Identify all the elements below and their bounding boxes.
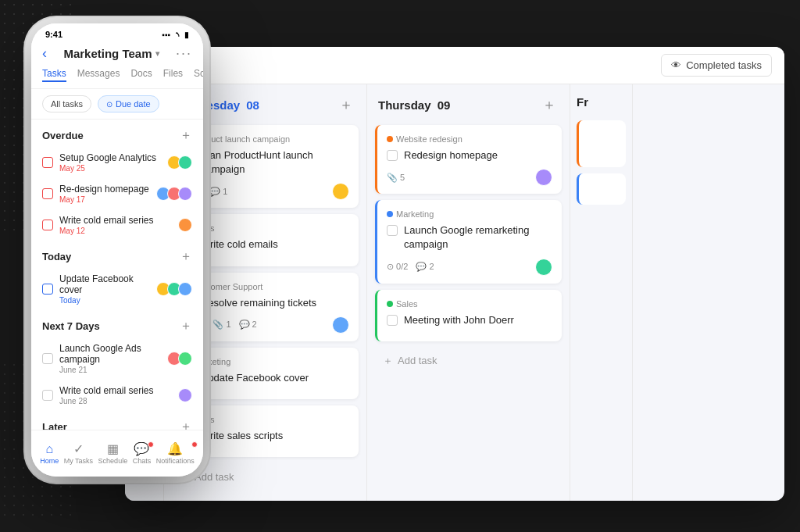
- task-checkbox[interactable]: [42, 390, 53, 401]
- task-redesign-homepage[interactable]: Re-design homepage May 17: [31, 178, 203, 209]
- tab-docs[interactable]: Docs: [130, 68, 152, 82]
- task-list: Overdue ＋ Setup Google Analytics May 25: [31, 120, 203, 477]
- avatar-group: [535, 169, 552, 186]
- task-info: Launch Google Ads campaign June 21: [59, 343, 161, 374]
- card-title: Plan ProductHunt launch campaign: [201, 148, 349, 177]
- team-title: Marketing Team ▾: [63, 47, 159, 60]
- task-checkbox[interactable]: [42, 188, 53, 199]
- desktop-app: 👁 Completed tasks ＋ Wednesday 08 ＋: [125, 47, 784, 501]
- avatar: [178, 187, 192, 201]
- add-icon: ＋: [383, 354, 393, 368]
- filter-all-tasks[interactable]: All tasks: [42, 95, 91, 112]
- status-bar: 9:41 ▪▪▪ ᭞ ▮: [31, 23, 203, 42]
- nav-notifications[interactable]: 🔔 Notifications: [156, 443, 195, 465]
- card-title: Redesign homepage: [404, 148, 498, 162]
- task-due: May 17: [59, 195, 150, 204]
- add-task-next7-btn[interactable]: ＋: [180, 318, 192, 334]
- card-checkbox[interactable]: [387, 150, 398, 161]
- nav-chats[interactable]: 💬 Chats: [133, 443, 152, 465]
- more-icon[interactable]: ···: [176, 45, 192, 62]
- task-info: Write cold email series June 28: [59, 385, 172, 405]
- card-meta: ⊙ 0/3 📎 1 💬 2: [184, 316, 349, 334]
- card-title: Launch Google remarketing campaign: [404, 223, 552, 252]
- nav-label: My Tasks: [64, 457, 93, 465]
- add-task-thu[interactable]: ＋ Add task: [375, 348, 562, 374]
- home-icon: ⌂: [45, 443, 53, 455]
- back-button[interactable]: ‹: [42, 45, 47, 62]
- card-title: Write sales scripts: [201, 429, 283, 443]
- phone-wrapper: 9:41 ▪▪▪ ᭞ ▮ ‹ Marketing Team ▾ ··· Task…: [31, 23, 203, 477]
- nav-label: Notifications: [156, 457, 195, 465]
- status-icons: ▪▪▪ ᭞ ▮: [162, 30, 189, 39]
- card-label: Product launch campaign: [184, 134, 349, 144]
- bell-icon: 🔔: [167, 443, 183, 455]
- card-title-row: Write sales scripts: [184, 429, 349, 443]
- bottom-nav: ⌂ Home ✓ My Tasks ▦ Schedule 💬 Chats 🔔 N…: [31, 430, 203, 477]
- clock-icon: ⊙: [106, 100, 112, 109]
- tab-files[interactable]: Files: [163, 68, 183, 82]
- tab-schedule[interactable]: Schedule: [194, 68, 203, 82]
- eye-icon: 👁: [671, 59, 681, 71]
- avatar: [178, 388, 192, 402]
- avatar: [178, 218, 192, 232]
- task-checkbox[interactable]: [42, 157, 53, 168]
- avatar-group: [535, 259, 552, 276]
- filter-due-date[interactable]: ⊙ Due date: [98, 95, 159, 112]
- tab-messages[interactable]: Messages: [77, 68, 120, 82]
- task-cold-email-series-overdue[interactable]: Write cold email series May 12: [31, 209, 203, 241]
- card-meta: ⊙ 0/2 💬 2: [387, 259, 552, 276]
- card-meta: 📎 3 💬 1: [184, 183, 349, 200]
- task-name: Launch Google Ads campaign: [59, 343, 161, 365]
- nav-label: Schedule: [98, 457, 128, 465]
- task-avatars: [178, 218, 192, 232]
- filter-row: All tasks ⊙ Due date: [31, 89, 203, 120]
- time: 9:41: [45, 30, 62, 39]
- section-next7-header: Next 7 Days ＋: [31, 310, 203, 337]
- nav-schedule[interactable]: ▦ Schedule: [98, 443, 128, 465]
- avatar: [178, 155, 192, 170]
- task-info: Update Facebook cover Today: [59, 273, 150, 305]
- add-task-today-btn[interactable]: ＋: [180, 248, 192, 265]
- phone-header: ‹ Marketing Team ▾ ··· Tasks Messages Do…: [31, 42, 203, 89]
- col-thu-add-btn[interactable]: ＋: [540, 95, 559, 114]
- col-fri-title: Fr: [577, 95, 588, 109]
- avatar: [332, 316, 349, 334]
- phone-nav-row: ‹ Marketing Team ▾ ···: [42, 45, 192, 62]
- task-avatars: [167, 352, 192, 366]
- card-label: Marketing: [184, 357, 349, 366]
- section-overdue-header: Overdue ＋: [31, 120, 203, 147]
- task-update-facebook[interactable]: Update Facebook cover Today: [31, 268, 203, 310]
- comments-count: 💬 2: [239, 320, 257, 330]
- tab-tasks[interactable]: Tasks: [42, 68, 66, 82]
- section-title: Today: [42, 251, 71, 262]
- col-wed-add-btn[interactable]: ＋: [337, 95, 355, 114]
- task-checkbox[interactable]: [42, 220, 53, 230]
- card-label: Sales: [387, 299, 552, 309]
- signal-icon: ▪▪▪: [162, 30, 170, 39]
- nav-my-tasks[interactable]: ✓ My Tasks: [64, 443, 93, 465]
- card-title-row: Launch Google remarketing campaign: [387, 223, 552, 252]
- card-redesign-homepage: Website redesign Redesign homepage 📎 5: [375, 125, 562, 194]
- task-info: Setup Google Analytics May 25: [59, 152, 161, 173]
- nav-home[interactable]: ⌂ Home: [40, 443, 59, 465]
- notifications-badge: [191, 441, 198, 448]
- card-title: Resolve remaining tickets: [201, 296, 316, 310]
- card-checkbox[interactable]: [387, 315, 398, 326]
- card-checkbox[interactable]: [387, 225, 398, 236]
- task-setup-analytics[interactable]: Setup Google Analytics May 25: [31, 147, 203, 178]
- card-label: Customer Support: [184, 282, 349, 291]
- task-google-ads[interactable]: Launch Google Ads campaign June 21: [31, 337, 203, 380]
- task-name: Write cold email series: [59, 215, 172, 226]
- task-avatars: [178, 388, 192, 402]
- add-task-overdue-btn[interactable]: ＋: [180, 127, 192, 144]
- task-checkbox[interactable]: [42, 284, 53, 295]
- card-title: Write cold emails: [201, 237, 278, 252]
- task-cold-email-next7[interactable]: Write cold email series June 28: [31, 380, 203, 411]
- task-checkbox[interactable]: [42, 353, 53, 364]
- completed-tasks-btn[interactable]: 👁 Completed tasks: [661, 54, 772, 77]
- col-thu-header: Thursday 09 ＋: [367, 84, 570, 122]
- nav-label: Chats: [133, 457, 152, 465]
- wifi-icon: ᭞: [173, 30, 181, 39]
- nav-label: Home: [40, 457, 59, 465]
- phone-frame: 9:41 ▪▪▪ ᭞ ▮ ‹ Marketing Team ▾ ··· Task…: [31, 23, 203, 477]
